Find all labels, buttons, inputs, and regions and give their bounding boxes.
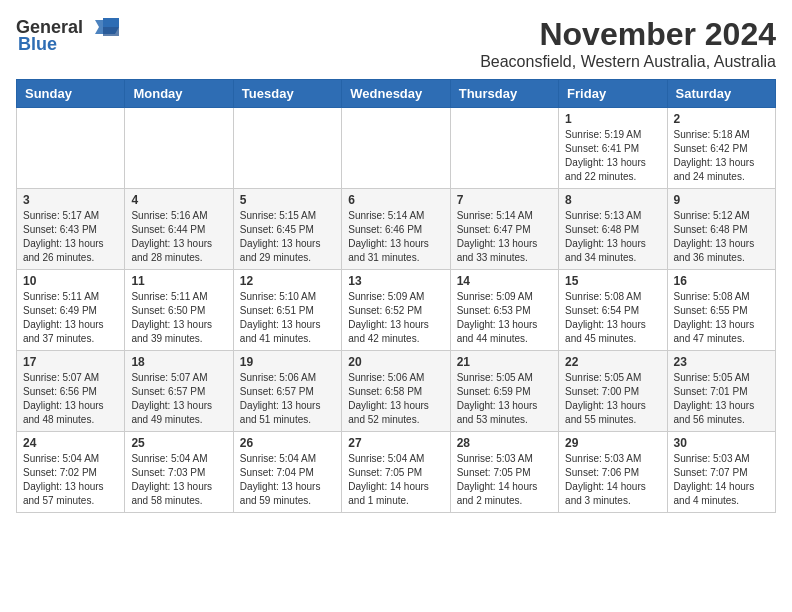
day-number: 15: [565, 274, 660, 288]
calendar-cell: [342, 108, 450, 189]
day-number: 5: [240, 193, 335, 207]
day-info: Sunrise: 5:15 AM Sunset: 6:45 PM Dayligh…: [240, 209, 335, 265]
day-number: 23: [674, 355, 769, 369]
day-number: 13: [348, 274, 443, 288]
day-number: 16: [674, 274, 769, 288]
day-number: 8: [565, 193, 660, 207]
calendar-cell: 18Sunrise: 5:07 AM Sunset: 6:57 PM Dayli…: [125, 351, 233, 432]
day-header-friday: Friday: [559, 80, 667, 108]
day-header-monday: Monday: [125, 80, 233, 108]
calendar-cell: 30Sunrise: 5:03 AM Sunset: 7:07 PM Dayli…: [667, 432, 775, 513]
day-number: 1: [565, 112, 660, 126]
day-number: 25: [131, 436, 226, 450]
day-info: Sunrise: 5:17 AM Sunset: 6:43 PM Dayligh…: [23, 209, 118, 265]
day-number: 24: [23, 436, 118, 450]
calendar-cell: 25Sunrise: 5:04 AM Sunset: 7:03 PM Dayli…: [125, 432, 233, 513]
day-info: Sunrise: 5:11 AM Sunset: 6:49 PM Dayligh…: [23, 290, 118, 346]
week-row-2: 3Sunrise: 5:17 AM Sunset: 6:43 PM Daylig…: [17, 189, 776, 270]
calendar-cell: 22Sunrise: 5:05 AM Sunset: 7:00 PM Dayli…: [559, 351, 667, 432]
day-number: 21: [457, 355, 552, 369]
day-number: 17: [23, 355, 118, 369]
calendar-cell: 17Sunrise: 5:07 AM Sunset: 6:56 PM Dayli…: [17, 351, 125, 432]
day-number: 12: [240, 274, 335, 288]
day-info: Sunrise: 5:06 AM Sunset: 6:57 PM Dayligh…: [240, 371, 335, 427]
day-info: Sunrise: 5:11 AM Sunset: 6:50 PM Dayligh…: [131, 290, 226, 346]
day-info: Sunrise: 5:14 AM Sunset: 6:46 PM Dayligh…: [348, 209, 443, 265]
day-number: 26: [240, 436, 335, 450]
day-number: 30: [674, 436, 769, 450]
day-info: Sunrise: 5:08 AM Sunset: 6:55 PM Dayligh…: [674, 290, 769, 346]
svg-marker-1: [103, 18, 119, 27]
logo-blue: Blue: [18, 34, 57, 55]
day-info: Sunrise: 5:03 AM Sunset: 7:05 PM Dayligh…: [457, 452, 552, 508]
day-info: Sunrise: 5:03 AM Sunset: 7:07 PM Dayligh…: [674, 452, 769, 508]
calendar-cell: 6Sunrise: 5:14 AM Sunset: 6:46 PM Daylig…: [342, 189, 450, 270]
day-header-saturday: Saturday: [667, 80, 775, 108]
day-number: 7: [457, 193, 552, 207]
day-info: Sunrise: 5:04 AM Sunset: 7:02 PM Dayligh…: [23, 452, 118, 508]
day-info: Sunrise: 5:12 AM Sunset: 6:48 PM Dayligh…: [674, 209, 769, 265]
day-number: 9: [674, 193, 769, 207]
day-info: Sunrise: 5:09 AM Sunset: 6:53 PM Dayligh…: [457, 290, 552, 346]
day-number: 11: [131, 274, 226, 288]
day-number: 18: [131, 355, 226, 369]
calendar-cell: 7Sunrise: 5:14 AM Sunset: 6:47 PM Daylig…: [450, 189, 558, 270]
day-number: 3: [23, 193, 118, 207]
day-info: Sunrise: 5:05 AM Sunset: 7:01 PM Dayligh…: [674, 371, 769, 427]
calendar-cell: 5Sunrise: 5:15 AM Sunset: 6:45 PM Daylig…: [233, 189, 341, 270]
day-number: 10: [23, 274, 118, 288]
day-info: Sunrise: 5:07 AM Sunset: 6:56 PM Dayligh…: [23, 371, 118, 427]
calendar-cell: 3Sunrise: 5:17 AM Sunset: 6:43 PM Daylig…: [17, 189, 125, 270]
day-info: Sunrise: 5:18 AM Sunset: 6:42 PM Dayligh…: [674, 128, 769, 184]
calendar-cell: 16Sunrise: 5:08 AM Sunset: 6:55 PM Dayli…: [667, 270, 775, 351]
day-number: 20: [348, 355, 443, 369]
day-info: Sunrise: 5:07 AM Sunset: 6:57 PM Dayligh…: [131, 371, 226, 427]
week-row-4: 17Sunrise: 5:07 AM Sunset: 6:56 PM Dayli…: [17, 351, 776, 432]
calendar-cell: 4Sunrise: 5:16 AM Sunset: 6:44 PM Daylig…: [125, 189, 233, 270]
calendar-cell: 15Sunrise: 5:08 AM Sunset: 6:54 PM Dayli…: [559, 270, 667, 351]
calendar-cell: 29Sunrise: 5:03 AM Sunset: 7:06 PM Dayli…: [559, 432, 667, 513]
day-number: 14: [457, 274, 552, 288]
calendar-cell: 14Sunrise: 5:09 AM Sunset: 6:53 PM Dayli…: [450, 270, 558, 351]
day-info: Sunrise: 5:04 AM Sunset: 7:03 PM Dayligh…: [131, 452, 226, 508]
calendar-cell: 13Sunrise: 5:09 AM Sunset: 6:52 PM Dayli…: [342, 270, 450, 351]
day-header-tuesday: Tuesday: [233, 80, 341, 108]
day-info: Sunrise: 5:05 AM Sunset: 7:00 PM Dayligh…: [565, 371, 660, 427]
calendar-cell: 21Sunrise: 5:05 AM Sunset: 6:59 PM Dayli…: [450, 351, 558, 432]
title-area: November 2024 Beaconsfield, Western Aust…: [480, 16, 776, 71]
day-header-thursday: Thursday: [450, 80, 558, 108]
calendar-cell: 28Sunrise: 5:03 AM Sunset: 7:05 PM Dayli…: [450, 432, 558, 513]
calendar-header: SundayMondayTuesdayWednesdayThursdayFrid…: [17, 80, 776, 108]
calendar-cell: [233, 108, 341, 189]
calendar-cell: 9Sunrise: 5:12 AM Sunset: 6:48 PM Daylig…: [667, 189, 775, 270]
day-info: Sunrise: 5:04 AM Sunset: 7:04 PM Dayligh…: [240, 452, 335, 508]
day-number: 28: [457, 436, 552, 450]
header-row: SundayMondayTuesdayWednesdayThursdayFrid…: [17, 80, 776, 108]
calendar-cell: 19Sunrise: 5:06 AM Sunset: 6:57 PM Dayli…: [233, 351, 341, 432]
calendar-cell: [125, 108, 233, 189]
calendar-cell: 23Sunrise: 5:05 AM Sunset: 7:01 PM Dayli…: [667, 351, 775, 432]
logo-icon: [87, 16, 119, 38]
day-info: Sunrise: 5:05 AM Sunset: 6:59 PM Dayligh…: [457, 371, 552, 427]
day-info: Sunrise: 5:08 AM Sunset: 6:54 PM Dayligh…: [565, 290, 660, 346]
day-info: Sunrise: 5:06 AM Sunset: 6:58 PM Dayligh…: [348, 371, 443, 427]
logo: General Blue: [16, 16, 119, 55]
day-info: Sunrise: 5:13 AM Sunset: 6:48 PM Dayligh…: [565, 209, 660, 265]
day-info: Sunrise: 5:16 AM Sunset: 6:44 PM Dayligh…: [131, 209, 226, 265]
calendar-cell: 20Sunrise: 5:06 AM Sunset: 6:58 PM Dayli…: [342, 351, 450, 432]
day-info: Sunrise: 5:14 AM Sunset: 6:47 PM Dayligh…: [457, 209, 552, 265]
calendar-cell: 11Sunrise: 5:11 AM Sunset: 6:50 PM Dayli…: [125, 270, 233, 351]
day-number: 4: [131, 193, 226, 207]
day-header-sunday: Sunday: [17, 80, 125, 108]
calendar: SundayMondayTuesdayWednesdayThursdayFrid…: [16, 79, 776, 513]
subtitle: Beaconsfield, Western Australia, Austral…: [480, 53, 776, 71]
calendar-cell: 8Sunrise: 5:13 AM Sunset: 6:48 PM Daylig…: [559, 189, 667, 270]
calendar-cell: 26Sunrise: 5:04 AM Sunset: 7:04 PM Dayli…: [233, 432, 341, 513]
calendar-cell: 10Sunrise: 5:11 AM Sunset: 6:49 PM Dayli…: [17, 270, 125, 351]
week-row-3: 10Sunrise: 5:11 AM Sunset: 6:49 PM Dayli…: [17, 270, 776, 351]
svg-marker-2: [103, 27, 119, 36]
calendar-cell: 27Sunrise: 5:04 AM Sunset: 7:05 PM Dayli…: [342, 432, 450, 513]
day-number: 27: [348, 436, 443, 450]
day-info: Sunrise: 5:19 AM Sunset: 6:41 PM Dayligh…: [565, 128, 660, 184]
day-number: 22: [565, 355, 660, 369]
